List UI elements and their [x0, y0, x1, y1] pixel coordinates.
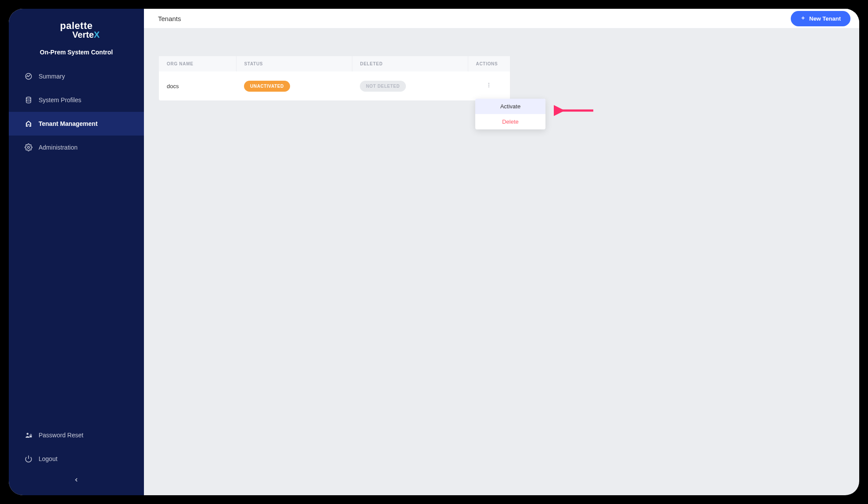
- svg-point-3: [27, 433, 29, 435]
- sidebar: palette VerteX On-Prem System Control Su…: [9, 9, 144, 495]
- plus-icon: [800, 15, 806, 22]
- sidebar-item-system-profiles[interactable]: System Profiles: [9, 88, 144, 112]
- sidebar-item-label: System Profiles: [39, 97, 81, 104]
- sidebar-item-label: Administration: [39, 144, 78, 151]
- sidebar-collapse-toggle[interactable]: [9, 471, 144, 491]
- svg-point-10: [488, 86, 489, 87]
- nav-section: Summary System Profiles Tenant Managemen…: [9, 64, 144, 423]
- sidebar-item-label: Logout: [39, 455, 57, 462]
- table-header-row: ORG NAME STATUS DELETED ACTIONS: [159, 56, 510, 71]
- dropdown-item-activate[interactable]: Activate: [475, 99, 545, 114]
- svg-rect-4: [29, 436, 32, 438]
- page-title: Tenants: [158, 15, 181, 22]
- dots-vertical-icon: [486, 82, 492, 89]
- new-tenant-button[interactable]: New Tenant: [791, 11, 850, 26]
- sidebar-item-logout[interactable]: Logout: [9, 447, 144, 471]
- sidebar-item-label: Password Reset: [39, 432, 83, 439]
- layers-icon: [25, 96, 32, 104]
- svg-point-9: [488, 85, 489, 86]
- deleted-badge: NOT DELETED: [360, 81, 406, 92]
- status-badge: UNACTIVATED: [244, 81, 290, 92]
- sidebar-item-administration[interactable]: Administration: [9, 136, 144, 159]
- cell-status: UNACTIVATED: [236, 71, 352, 100]
- col-status[interactable]: STATUS: [236, 56, 352, 71]
- actions-dropdown: Activate Delete: [475, 99, 545, 129]
- cell-actions: Activate Delete: [468, 71, 510, 100]
- cell-org-name: docs: [159, 71, 236, 100]
- row-actions-button[interactable]: [481, 79, 496, 93]
- header: Tenants New Tenant: [144, 9, 859, 28]
- stats-circle-icon: [25, 72, 32, 80]
- app-window: palette VerteX On-Prem System Control Su…: [9, 9, 859, 495]
- dropdown-item-delete[interactable]: Delete: [475, 114, 545, 129]
- content-area: ORG NAME STATUS DELETED ACTIONS docs UNA…: [144, 28, 859, 495]
- svg-point-8: [488, 83, 489, 84]
- sidebar-item-summary[interactable]: Summary: [9, 64, 144, 88]
- svg-point-1: [26, 97, 31, 99]
- cell-deleted: NOT DELETED: [352, 71, 468, 100]
- sidebar-item-password-reset[interactable]: Password Reset: [9, 423, 144, 447]
- gear-icon: [25, 143, 32, 151]
- building-icon: [25, 120, 32, 128]
- logo: palette VerteX: [9, 9, 144, 44]
- tenants-table: ORG NAME STATUS DELETED ACTIONS docs UNA…: [159, 56, 510, 100]
- sidebar-item-tenant-management[interactable]: Tenant Management: [9, 112, 144, 136]
- power-icon: [25, 455, 32, 463]
- table-row: docs UNACTIVATED NOT DELETED: [159, 71, 510, 100]
- lock-person-icon: [25, 431, 32, 439]
- logo-sub: VerteX: [53, 30, 100, 40]
- col-actions: ACTIONS: [468, 56, 510, 71]
- sidebar-item-label: Summary: [39, 73, 65, 80]
- main: Tenants New Tenant ORG NAME STATUS DELET…: [144, 9, 859, 495]
- svg-point-2: [28, 147, 30, 149]
- new-tenant-label: New Tenant: [809, 15, 841, 22]
- col-deleted[interactable]: DELETED: [352, 56, 468, 71]
- col-org-name[interactable]: ORG NAME: [159, 56, 236, 71]
- sidebar-bottom: Password Reset Logout: [9, 423, 144, 495]
- sidebar-item-label: Tenant Management: [39, 120, 97, 127]
- annotation-arrow: [554, 104, 598, 119]
- sidebar-subtitle: On-Prem System Control: [9, 44, 144, 64]
